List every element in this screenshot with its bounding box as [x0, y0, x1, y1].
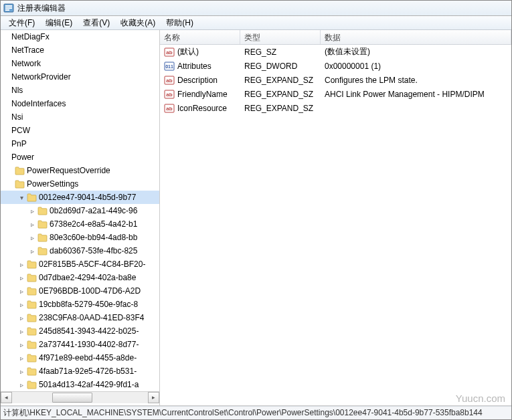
tree-item[interactable]: PowerSettings	[1, 177, 159, 191]
value-data: AHCI Link Power Management - HIPM/DIPM	[321, 90, 511, 99]
tree-item-label: 6738e2c4-e8a5-4a42-b1	[50, 219, 137, 229]
value-name-cell: abIconResource	[160, 103, 240, 114]
string-value-icon: ab	[164, 47, 175, 58]
column-name[interactable]: 名称	[160, 30, 240, 44]
tree-item-label: 4f971e89-eebd-4455-a8de-	[39, 353, 137, 362]
tree-item[interactable]: ▾0012ee47-9041-4b5d-9b77	[1, 191, 159, 204]
expander-icon[interactable]: ▹	[17, 274, 26, 282]
expander-icon[interactable]: ▹	[17, 288, 26, 295]
tree-item-label: NetDiagFx	[11, 32, 50, 41]
tree-item[interactable]: Nsi	[1, 110, 159, 124]
list-row[interactable]: abIconResourceREG_EXPAND_SZ	[160, 101, 511, 115]
string-value-icon: ab	[164, 75, 175, 86]
expander-icon[interactable]: ▹	[17, 314, 26, 322]
titlebar: 注册表编辑器	[1, 1, 511, 16]
tree-item[interactable]: ▹6738e2c4-e8a5-4a42-b1	[1, 217, 159, 231]
scroll-thumb[interactable]	[52, 393, 92, 403]
tree-item-label: dab60367-53fe-4fbc-825	[50, 246, 137, 255]
tree-item[interactable]: ▹80e3c60e-bb94-4ad8-bb	[1, 231, 159, 244]
tree-item-label: 0E796BDB-100D-47D6-A2D	[39, 286, 141, 296]
tree-item[interactable]: Nls	[1, 84, 159, 97]
tree-item[interactable]: ▹0d7dbae2-4294-402a-ba8e	[1, 271, 159, 284]
expander-icon[interactable]: ▹	[17, 368, 26, 375]
list-row[interactable]: ab(默认)REG_SZ(数值未设置)	[160, 45, 511, 59]
tree-item-label: 80e3c60e-bb94-4ad8-bb	[50, 233, 137, 242]
expander-icon[interactable]: ▹	[17, 341, 26, 348]
tree-item-label: Nls	[11, 86, 23, 95]
menu-file[interactable]: 文件(F)	[3, 16, 40, 30]
expander-icon[interactable]: ▹	[17, 354, 26, 362]
menu-favorites[interactable]: 收藏夹(A)	[115, 16, 161, 30]
value-name-cell: abFriendlyName	[160, 89, 240, 100]
value-name: Description	[177, 76, 218, 85]
tree-item[interactable]: ▹2a737441-1930-4402-8d77-	[1, 338, 159, 351]
tree-item[interactable]: PnP	[1, 137, 159, 150]
tree-pane[interactable]: NetDiagFxNetTraceNetworkNetworkProviderN…	[1, 30, 160, 405]
horizontal-scrollbar[interactable]: ◂ ▸	[1, 391, 159, 403]
expander-icon[interactable]: ▹	[27, 207, 37, 215]
value-data: (数值未设置)	[321, 46, 511, 58]
folder-icon	[26, 312, 37, 323]
list-row[interactable]: abFriendlyNameREG_EXPAND_SZAHCI Link Pow…	[160, 87, 511, 101]
menu-edit[interactable]: 编辑(E)	[40, 16, 78, 30]
folder-icon	[26, 326, 37, 336]
tree-item[interactable]: ▹238C9FA8-0AAD-41ED-83F4	[1, 311, 159, 324]
tree-item[interactable]: ▹4faab71a-92e5-4726-b531-	[1, 364, 159, 378]
scroll-right-arrow[interactable]: ▸	[148, 392, 159, 403]
tree-item[interactable]: ▹4f971e89-eebd-4455-a8de-	[1, 351, 159, 364]
tree-item-label: PowerSettings	[27, 179, 78, 189]
value-type: REG_DWORD	[240, 62, 321, 71]
tree-item-label: 0d7dbae2-4294-402a-ba8e	[39, 273, 136, 282]
folder-icon	[37, 205, 48, 216]
list-row[interactable]: 011AttributesREG_DWORD0x00000001 (1)	[160, 59, 511, 73]
folder-icon	[37, 232, 48, 243]
tree-item[interactable]: ▹501a4d13-42af-4429-9fd1-a	[1, 378, 159, 391]
tree-item[interactable]: NetDiagFx	[1, 30, 159, 43]
tree-item-label: PnP	[11, 139, 27, 148]
column-type[interactable]: 类型	[240, 30, 321, 44]
tree-item-label: NetTrace	[11, 45, 44, 55]
expander-icon[interactable]: ▹	[17, 301, 26, 308]
tree-item[interactable]: NetworkProvider	[1, 70, 159, 84]
tree-item-label: 4faab71a-92e5-4726-b531-	[39, 366, 137, 376]
folder-icon	[26, 192, 37, 203]
menu-help[interactable]: 帮助(H)	[161, 16, 199, 30]
expander-icon[interactable]: ▹	[27, 247, 37, 255]
svg-text:ab: ab	[166, 49, 172, 56]
expander-icon[interactable]: ▹	[27, 221, 37, 228]
svg-text:011: 011	[165, 64, 173, 69]
folder-icon	[37, 245, 48, 256]
value-name-cell: abDescription	[160, 75, 240, 86]
folder-icon	[26, 259, 37, 270]
tree-item[interactable]: PowerRequestOverride	[1, 164, 159, 177]
tree-item[interactable]: ▹0b2d69d7-a2a1-449c-96	[1, 204, 159, 217]
menubar: 文件(F) 编辑(E) 查看(V) 收藏夹(A) 帮助(H)	[1, 16, 511, 30]
expander-icon[interactable]: ▹	[17, 328, 26, 335]
menu-view[interactable]: 查看(V)	[78, 16, 115, 30]
tree-item-label: PCW	[11, 126, 30, 135]
scroll-track[interactable]	[12, 392, 148, 403]
tree-item[interactable]: ▹dab60367-53fe-4fbc-825	[1, 244, 159, 257]
tree-item[interactable]: ▹19cbb8fa-5279-450e-9fac-8	[1, 298, 159, 311]
expander-icon[interactable]: ▹	[17, 381, 26, 389]
tree-item[interactable]: PCW	[1, 124, 159, 137]
tree-item[interactable]: ▹02F815B5-A5CF-4C84-BF20-	[1, 257, 159, 271]
tree-item[interactable]: NetTrace	[1, 43, 159, 57]
list-header: 名称 类型 数据	[160, 30, 511, 45]
tree-item[interactable]: Power	[1, 150, 159, 164]
tree-item[interactable]: NodeInterfaces	[1, 97, 159, 110]
column-data[interactable]: 数据	[321, 30, 511, 44]
expander-icon[interactable]: ▹	[17, 261, 26, 268]
scroll-left-arrow[interactable]: ◂	[1, 392, 12, 403]
value-type: REG_SZ	[240, 47, 321, 57]
list-body[interactable]: ab(默认)REG_SZ(数值未设置)011AttributesREG_DWOR…	[160, 45, 511, 405]
content-area: NetDiagFxNetTraceNetworkNetworkProviderN…	[1, 30, 511, 406]
folder-icon	[14, 179, 25, 189]
list-row[interactable]: abDescriptionREG_EXPAND_SZConfigures the…	[160, 73, 511, 87]
tree-item[interactable]: Network	[1, 57, 159, 70]
expander-icon[interactable]: ▾	[17, 194, 26, 201]
folder-icon	[26, 272, 37, 283]
tree-item[interactable]: ▹0E796BDB-100D-47D6-A2D	[1, 284, 159, 298]
tree-item[interactable]: ▹245d8541-3943-4422-b025-	[1, 324, 159, 338]
expander-icon[interactable]: ▹	[27, 234, 37, 241]
